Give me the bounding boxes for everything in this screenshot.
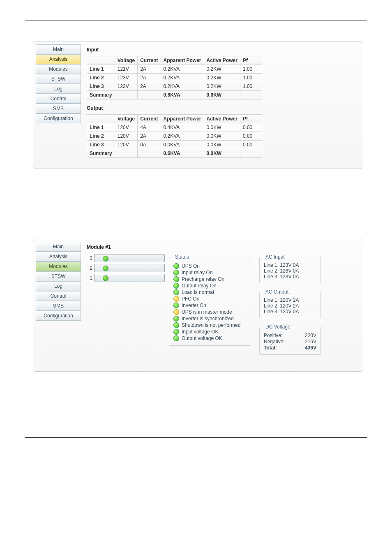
status-text: Output relay On <box>182 283 217 289</box>
modules-panel: MainAnalysisModulesSTSWLogControlSMSConf… <box>33 239 363 372</box>
module-slot: 1 <box>87 274 161 282</box>
table-cell <box>115 91 137 99</box>
table-cell: 4A <box>138 123 161 132</box>
table-cell: 122V <box>115 82 137 91</box>
table-cell: 123V <box>115 74 137 82</box>
nav-item-stsw[interactable]: STSW <box>36 74 81 84</box>
table-cell: 1.00 <box>240 65 262 74</box>
table-cell: 0.6KW <box>204 91 240 99</box>
nav-item-modules[interactable]: Modules <box>36 261 81 271</box>
nav-item-configuration[interactable]: Configuration <box>36 311 81 321</box>
status-text: Precharge relay On <box>182 276 224 282</box>
table-cell: 0.0KVA <box>161 141 204 149</box>
dc-voltage-row: Positive:220V <box>264 333 316 338</box>
table-cell: 0A <box>138 141 161 149</box>
analysis-content: Input VoltageCurrentApparent PowerActive… <box>81 44 359 161</box>
table-cell: 120V <box>115 141 137 149</box>
table-cell: 0.2KVA <box>161 132 204 141</box>
status-dot-icon <box>173 316 179 321</box>
table-cell: 2A <box>138 82 161 91</box>
table-cell: 0.0KW <box>204 132 240 141</box>
nav-item-main[interactable]: Main <box>36 242 81 252</box>
ac-input-box: AC Input Line 1: 123V 0ALine 2: 126V 0AL… <box>259 254 321 283</box>
output-table: VoltageCurrentApparent PowerActive Power… <box>87 114 262 158</box>
table-cell: 1.00 <box>240 82 262 91</box>
table-cell: Line 2 <box>87 132 115 141</box>
status-line: Output relay On <box>173 283 247 289</box>
module-slot-button[interactable] <box>94 264 161 272</box>
status-text: Load is normal <box>182 289 214 295</box>
nav-item-main[interactable]: Main <box>36 44 81 54</box>
nav-item-control[interactable]: Control <box>36 291 81 301</box>
table-cell: 2A <box>138 65 161 74</box>
status-line: Load is normal <box>173 289 247 295</box>
status-dot-icon <box>173 289 179 295</box>
table-summary-row: Summary0.6KVA0.6KW <box>87 91 262 99</box>
nav-item-analysis[interactable]: Analysis <box>36 252 81 261</box>
table-row: Line 3122V2A0.2KVA0.2KW1.00 <box>87 82 262 91</box>
status-dot-icon <box>173 270 179 275</box>
status-dot-icon <box>173 322 179 328</box>
info-line: Line 2: 126V 0A <box>264 268 316 274</box>
status-legend: Status <box>173 254 191 260</box>
dc-value: 436V <box>305 345 316 351</box>
module-slot-list: 321 <box>87 254 161 361</box>
module-slot-button[interactable] <box>94 274 161 282</box>
modules-content: Module #1 321 Status UPS OnInput relay O… <box>81 242 359 364</box>
dc-label: Total: <box>264 345 277 351</box>
module-slot-button[interactable] <box>94 254 161 262</box>
table-cell: Line 1 <box>87 123 115 132</box>
table-header <box>87 115 115 123</box>
dc-value: 220V <box>305 333 316 338</box>
table-cell: 0.2KVA <box>161 74 204 82</box>
status-dot-icon <box>173 276 179 282</box>
table-cell: 0.2KVA <box>161 65 204 74</box>
nav-item-sms[interactable]: SMS <box>36 301 81 311</box>
status-line: Precharge relay On <box>173 276 247 282</box>
table-cell <box>115 149 137 158</box>
status-line: Input relay On <box>173 270 247 275</box>
status-line: Inverter On <box>173 303 247 308</box>
nav-item-stsw[interactable]: STSW <box>36 271 81 281</box>
table-header: Current <box>138 56 161 65</box>
table-cell: 0.4KVA <box>161 123 204 132</box>
status-text: PFC On <box>182 296 199 302</box>
nav-item-log[interactable]: Log <box>36 84 81 94</box>
status-line: Inverter is synchronized <box>173 316 247 321</box>
nav-item-log[interactable]: Log <box>36 281 81 291</box>
table-cell: 0.2KW <box>204 82 240 91</box>
status-text: Inverter is synchronized <box>182 316 234 321</box>
status-text: Inverter On <box>182 303 206 308</box>
nav-item-analysis[interactable]: Analysis <box>36 54 81 64</box>
nav-item-sms[interactable]: SMS <box>36 104 81 113</box>
table-cell: Summary <box>87 91 115 99</box>
info-line: Line 3: 123V 0A <box>264 274 316 280</box>
table-header: Pf <box>240 56 262 65</box>
status-column: Status UPS OnInput relay OnPrecharge rel… <box>169 254 251 361</box>
status-line: Input voltage OK <box>173 329 247 335</box>
status-dot-icon <box>173 303 179 308</box>
table-header: Apparent Power <box>161 115 204 123</box>
status-text: Shutdown is not performed <box>182 322 240 328</box>
info-column: AC Input Line 1: 123V 0ALine 2: 126V 0AL… <box>259 254 321 361</box>
info-line: Line 1: 123V 0A <box>264 262 316 268</box>
page-top-rule <box>25 21 367 21</box>
status-led-icon <box>103 266 108 271</box>
dc-label: Positive: <box>264 333 282 338</box>
sidebar: MainAnalysisModulesSTSWLogControlSMSConf… <box>36 242 81 364</box>
table-cell <box>138 91 161 99</box>
status-text: UPS On <box>182 263 200 269</box>
nav-item-modules[interactable]: Modules <box>36 64 81 74</box>
output-section-title: Output <box>87 105 355 111</box>
status-text: Input relay On <box>182 270 212 275</box>
nav-item-control[interactable]: Control <box>36 94 81 104</box>
table-cell: Line 1 <box>87 65 115 74</box>
status-dot-icon <box>173 329 179 335</box>
dc-voltage-legend: DC Voltage <box>264 324 292 330</box>
table-cell: 0.2KVA <box>161 82 204 91</box>
table-cell: 2A <box>138 132 161 141</box>
nav-item-configuration[interactable]: Configuration <box>36 113 81 123</box>
table-cell: 0.00 <box>240 123 262 132</box>
status-box: Status UPS OnInput relay OnPrecharge rel… <box>169 254 251 346</box>
table-cell: 0.00 <box>240 141 262 149</box>
